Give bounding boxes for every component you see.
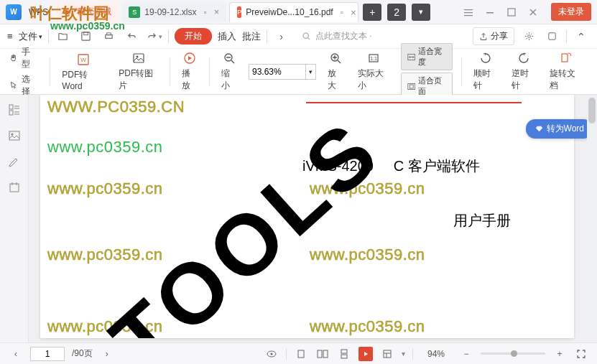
svg-text:W: W: [80, 57, 86, 63]
svg-rect-8: [107, 33, 111, 35]
tab-close-icon[interactable]: ×: [351, 7, 356, 18]
print-icon[interactable]: [101, 28, 118, 45]
redo-icon[interactable]: ▾: [147, 31, 162, 42]
pdf-icon: P: [237, 6, 241, 18]
tab-mall[interactable]: ◉ 稻壳商城: [55, 2, 119, 22]
eye-icon[interactable]: [264, 347, 279, 361]
svg-rect-37: [384, 350, 391, 358]
svg-rect-35: [341, 350, 347, 353]
play-button[interactable]: 播放: [175, 51, 205, 92]
tab-close-icon[interactable]: ×: [214, 6, 220, 17]
tab-xlsx[interactable]: S 19-09-12.xlsx ▫ ×: [121, 2, 226, 22]
maximize-icon[interactable]: [506, 7, 517, 17]
statusbar: ‹ /90页 › ▾ 94% − +: [0, 342, 597, 364]
svg-rect-5: [82, 32, 90, 40]
layout-dropdown-icon[interactable]: ▾: [402, 350, 405, 358]
fit-width-button[interactable]: 适合宽度: [401, 43, 453, 70]
new-tab-button[interactable]: +: [363, 4, 381, 21]
mall-icon: ◉: [63, 7, 73, 17]
attachment-icon[interactable]: [8, 181, 21, 194]
tab-count-badge[interactable]: 2: [387, 4, 406, 21]
zoom-slider-thumb[interactable]: [511, 350, 517, 357]
play-status-icon[interactable]: [358, 347, 373, 361]
tab-pdf[interactable]: P PreveiwDe...10_16.pdf ▫ ×: [229, 2, 358, 22]
svg-rect-32: [298, 350, 304, 358]
skin-icon[interactable]: [543, 28, 560, 45]
menu-icon[interactable]: [463, 7, 473, 17]
document-subtitle: 用户手册: [453, 211, 511, 230]
zoom-in-button[interactable]: 放大: [320, 51, 351, 92]
page-total: /90页: [72, 347, 93, 360]
nav-right-icon[interactable]: ›: [273, 28, 290, 45]
svg-rect-33: [318, 350, 322, 358]
search-input[interactable]: 点此查找文本 ·: [296, 28, 378, 45]
svg-rect-27: [9, 131, 19, 140]
toolbar: 手型 选择 W PDF转Word PDF转图片 播放 缩小 ▾ 放大 1:1 实…: [0, 49, 597, 95]
svg-text:1:1: 1:1: [370, 56, 377, 61]
actual-size-button[interactable]: 1:1 实际大小: [351, 51, 397, 92]
minimize-icon[interactable]: [485, 7, 495, 17]
open-icon[interactable]: [55, 28, 72, 45]
tab-label: PreveiwDe...10_16.pdf: [246, 7, 333, 17]
rotate-cw-button[interactable]: 顺时针: [466, 51, 504, 92]
tab-restore-icon[interactable]: ▫: [341, 7, 343, 17]
continuous-icon[interactable]: [337, 347, 351, 361]
single-page-icon[interactable]: [294, 347, 308, 361]
tab-restore-icon[interactable]: ▫: [203, 7, 206, 17]
tab-list-button[interactable]: ▾: [412, 4, 430, 21]
rotate-ccw-button[interactable]: 逆时针: [504, 51, 542, 92]
file-menu[interactable]: 文件 ▾: [19, 30, 42, 43]
watermark: www.pc0359.cn: [310, 246, 425, 264]
image-icon[interactable]: [8, 129, 21, 142]
pdf-to-image-button[interactable]: PDF转图片: [111, 51, 165, 92]
titlebar: W WPS ◉ 稻壳商城 S 19-09-12.xlsx ▫ × P Preve…: [0, 0, 597, 24]
svg-rect-36: [341, 355, 347, 358]
zoom-out-button[interactable]: 缩小: [214, 51, 244, 92]
document-area[interactable]: WWW.PC0359.CN www.pc0359.cn www.pc0359.c…: [29, 95, 597, 342]
select-tool[interactable]: 选择: [9, 73, 37, 98]
svg-rect-26: [9, 111, 13, 115]
next-page-icon[interactable]: ›: [100, 347, 114, 361]
edit-icon[interactable]: [8, 155, 21, 168]
start-tab[interactable]: 开始: [175, 28, 212, 45]
page-number-input[interactable]: [30, 347, 65, 361]
watermark: www.pc0359.cn: [310, 317, 425, 336]
pdf-to-word-button[interactable]: W PDF转Word: [55, 52, 111, 91]
watermark: WWW.PC0359.CN: [47, 98, 185, 116]
svg-rect-29: [10, 184, 19, 192]
tab-label: 稻壳商城: [77, 6, 111, 18]
app-tab-label[interactable]: WPS: [29, 7, 48, 17]
zoom-in-status-icon[interactable]: +: [552, 347, 567, 361]
two-page-icon[interactable]: [315, 347, 330, 361]
zoom-input[interactable]: [249, 64, 306, 80]
svg-rect-7: [106, 35, 112, 39]
convert-to-word-button[interactable]: 转为Word: [526, 119, 593, 139]
svg-point-28: [11, 134, 13, 136]
share-button[interactable]: 分享: [473, 27, 514, 45]
zoom-out-status-icon[interactable]: −: [459, 347, 473, 361]
svg-rect-3: [486, 12, 494, 14]
prev-page-icon[interactable]: ‹: [9, 347, 23, 361]
share-icon: [479, 32, 488, 41]
thumbnails-icon[interactable]: [8, 103, 21, 116]
hamburger-icon[interactable]: ≡: [7, 31, 13, 42]
close-icon[interactable]: [528, 7, 538, 17]
collapse-icon[interactable]: ⌃: [573, 28, 590, 45]
fullscreen-icon[interactable]: [574, 347, 588, 361]
rotate-doc-button[interactable]: 旋转文档: [542, 51, 588, 92]
scroll-thumb[interactable]: [588, 98, 596, 123]
svg-point-9: [303, 33, 308, 38]
layout-icon[interactable]: [380, 347, 394, 361]
annotate-tab[interactable]: 批注: [242, 30, 261, 43]
hand-tool[interactable]: 手型: [9, 46, 37, 70]
zoom-slider[interactable]: [481, 353, 545, 355]
login-button[interactable]: 未登录: [551, 3, 591, 21]
scrollbar[interactable]: [587, 95, 597, 342]
zoom-dropdown-icon[interactable]: ▾: [306, 64, 316, 80]
undo-icon[interactable]: [124, 28, 141, 45]
svg-rect-14: [134, 54, 144, 62]
gear-icon[interactable]: [520, 28, 537, 45]
insert-tab[interactable]: 插入: [218, 30, 236, 43]
content: WWW.PC0359.CN www.pc0359.cn www.pc0359.c…: [0, 95, 597, 342]
save-icon[interactable]: [78, 28, 95, 45]
